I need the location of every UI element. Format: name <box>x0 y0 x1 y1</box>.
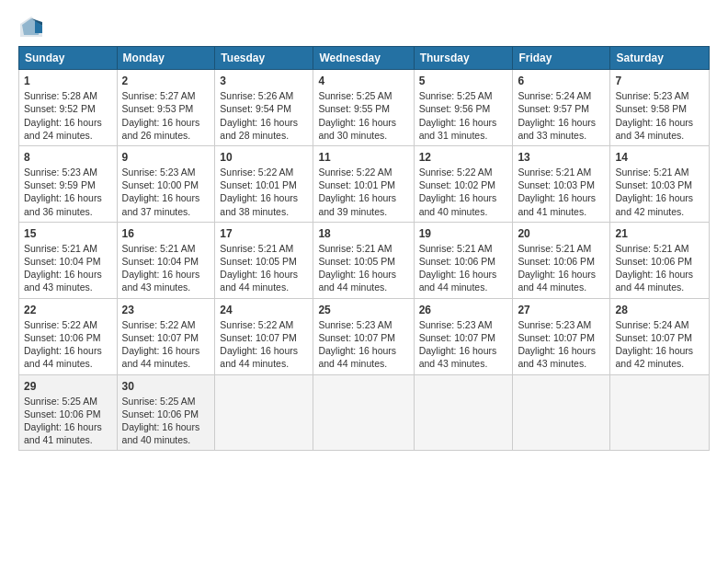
day-number: 30 <box>122 379 210 394</box>
sunset-text: Sunset: 10:03 PM <box>615 179 691 190</box>
daylight-text: Daylight: 16 hours and 33 minutes. <box>518 117 596 141</box>
header <box>18 15 710 40</box>
sunrise-text: Sunrise: 5:21 AM <box>518 167 591 178</box>
day-number: 27 <box>518 303 605 317</box>
calendar-cell: 26Sunrise: 5:23 AMSunset: 10:07 PMDaylig… <box>414 298 513 374</box>
calendar-header-row: SundayMondayTuesdayWednesdayThursdayFrid… <box>19 47 710 70</box>
sunrise-text: Sunrise: 5:23 AM <box>122 167 196 178</box>
day-number: 13 <box>518 150 605 165</box>
calendar-cell: 2Sunrise: 5:27 AMSunset: 9:53 PMDaylight… <box>117 70 215 146</box>
calendar-cell: 10Sunrise: 5:22 AMSunset: 10:01 PMDaylig… <box>215 145 313 222</box>
calendar-cell <box>513 374 610 451</box>
day-number: 17 <box>220 226 308 241</box>
day-number: 6 <box>518 74 605 88</box>
daylight-text: Daylight: 16 hours and 37 minutes. <box>122 192 200 216</box>
daylight-text: Daylight: 16 hours and 39 minutes. <box>318 192 396 216</box>
sunset-text: Sunset: 10:06 PM <box>615 256 691 267</box>
sunrise-text: Sunrise: 5:22 AM <box>318 167 392 178</box>
calendar-cell: 18Sunrise: 5:21 AMSunset: 10:05 PMDaylig… <box>313 222 414 298</box>
sunrise-text: Sunrise: 5:23 AM <box>24 167 97 178</box>
daylight-text: Daylight: 16 hours and 24 minutes. <box>24 117 102 141</box>
day-number: 20 <box>518 226 605 241</box>
day-number: 2 <box>122 74 210 88</box>
daylight-text: Daylight: 16 hours and 40 minutes. <box>419 192 497 216</box>
sunrise-text: Sunrise: 5:21 AM <box>24 243 97 254</box>
sunset-text: Sunset: 10:01 PM <box>318 179 394 190</box>
sunset-text: Sunset: 10:05 PM <box>220 256 296 267</box>
col-header-thursday: Thursday <box>414 47 513 70</box>
daylight-text: Daylight: 16 hours and 44 minutes. <box>518 269 596 293</box>
day-number: 22 <box>24 303 112 317</box>
day-number: 14 <box>615 150 704 165</box>
daylight-text: Daylight: 16 hours and 43 minutes. <box>419 345 497 369</box>
calendar-cell: 12Sunrise: 5:22 AMSunset: 10:02 PMDaylig… <box>414 145 513 222</box>
daylight-text: Daylight: 16 hours and 44 minutes. <box>24 345 102 369</box>
day-number: 11 <box>318 150 408 165</box>
calendar-cell: 28Sunrise: 5:24 AMSunset: 10:07 PMDaylig… <box>610 298 710 374</box>
sunset-text: Sunset: 10:04 PM <box>122 256 199 267</box>
sunrise-text: Sunrise: 5:21 AM <box>419 243 493 254</box>
sunset-text: Sunset: 10:06 PM <box>518 256 594 267</box>
sunset-text: Sunset: 10:05 PM <box>318 256 394 267</box>
sunset-text: Sunset: 10:07 PM <box>318 332 394 343</box>
sunrise-text: Sunrise: 5:27 AM <box>122 90 196 101</box>
col-header-wednesday: Wednesday <box>313 47 414 70</box>
sunrise-text: Sunrise: 5:24 AM <box>518 90 591 101</box>
day-number: 24 <box>220 303 308 317</box>
calendar-week-row: 15Sunrise: 5:21 AMSunset: 10:04 PMDaylig… <box>19 222 710 298</box>
calendar-cell: 24Sunrise: 5:22 AMSunset: 10:07 PMDaylig… <box>215 298 313 374</box>
calendar-cell: 6Sunrise: 5:24 AMSunset: 9:57 PMDaylight… <box>513 70 610 146</box>
calendar-cell: 9Sunrise: 5:23 AMSunset: 10:00 PMDayligh… <box>117 145 215 222</box>
calendar-week-row: 8Sunrise: 5:23 AMSunset: 9:59 PMDaylight… <box>19 145 710 222</box>
sunset-text: Sunset: 10:07 PM <box>419 332 495 343</box>
sunset-text: Sunset: 10:00 PM <box>122 179 199 190</box>
sunset-text: Sunset: 10:06 PM <box>24 332 100 343</box>
day-number: 28 <box>615 303 704 317</box>
daylight-text: Daylight: 16 hours and 43 minutes. <box>24 269 102 293</box>
calendar-cell: 30Sunrise: 5:25 AMSunset: 10:06 PMDaylig… <box>117 374 215 451</box>
logo-icon <box>18 15 44 40</box>
sunset-text: Sunset: 10:07 PM <box>122 332 199 343</box>
logo <box>18 15 48 40</box>
daylight-text: Daylight: 16 hours and 31 minutes. <box>419 117 497 141</box>
sunrise-text: Sunrise: 5:23 AM <box>318 319 392 330</box>
sunset-text: Sunset: 9:57 PM <box>518 103 589 114</box>
calendar-cell: 3Sunrise: 5:26 AMSunset: 9:54 PMDaylight… <box>215 70 313 146</box>
sunrise-text: Sunrise: 5:21 AM <box>318 243 392 254</box>
sunset-text: Sunset: 10:03 PM <box>518 179 594 190</box>
daylight-text: Daylight: 16 hours and 44 minutes. <box>318 345 396 369</box>
daylight-text: Daylight: 16 hours and 42 minutes. <box>615 345 693 369</box>
calendar-cell: 20Sunrise: 5:21 AMSunset: 10:06 PMDaylig… <box>513 222 610 298</box>
daylight-text: Daylight: 16 hours and 44 minutes. <box>220 269 298 293</box>
calendar-cell: 21Sunrise: 5:21 AMSunset: 10:06 PMDaylig… <box>610 222 710 298</box>
sunset-text: Sunset: 9:56 PM <box>419 103 491 114</box>
calendar-cell: 8Sunrise: 5:23 AMSunset: 9:59 PMDaylight… <box>19 145 118 222</box>
sunrise-text: Sunrise: 5:25 AM <box>122 396 196 407</box>
col-header-sunday: Sunday <box>19 47 118 70</box>
daylight-text: Daylight: 16 hours and 44 minutes. <box>122 345 200 369</box>
daylight-text: Daylight: 16 hours and 43 minutes. <box>518 345 596 369</box>
daylight-text: Daylight: 16 hours and 44 minutes. <box>419 269 497 293</box>
daylight-text: Daylight: 16 hours and 30 minutes. <box>318 117 396 141</box>
col-header-friday: Friday <box>513 47 610 70</box>
day-number: 19 <box>419 226 508 241</box>
sunrise-text: Sunrise: 5:21 AM <box>615 243 688 254</box>
calendar-cell: 15Sunrise: 5:21 AMSunset: 10:04 PMDaylig… <box>19 222 118 298</box>
daylight-text: Daylight: 16 hours and 26 minutes. <box>122 117 200 141</box>
day-number: 9 <box>122 150 210 165</box>
day-number: 25 <box>318 303 408 317</box>
sunrise-text: Sunrise: 5:25 AM <box>318 90 392 101</box>
sunrise-text: Sunrise: 5:21 AM <box>122 243 196 254</box>
day-number: 16 <box>122 226 210 241</box>
sunset-text: Sunset: 10:07 PM <box>615 332 691 343</box>
sunrise-text: Sunrise: 5:25 AM <box>24 396 97 407</box>
daylight-text: Daylight: 16 hours and 41 minutes. <box>518 192 596 216</box>
calendar-table: SundayMondayTuesdayWednesdayThursdayFrid… <box>18 46 710 451</box>
daylight-text: Daylight: 16 hours and 40 minutes. <box>122 421 200 445</box>
sunset-text: Sunset: 9:59 PM <box>24 179 96 190</box>
sunset-text: Sunset: 10:04 PM <box>24 256 100 267</box>
day-number: 21 <box>615 226 704 241</box>
sunset-text: Sunset: 10:02 PM <box>419 179 495 190</box>
sunset-text: Sunset: 10:01 PM <box>220 179 296 190</box>
calendar-cell <box>215 374 313 451</box>
